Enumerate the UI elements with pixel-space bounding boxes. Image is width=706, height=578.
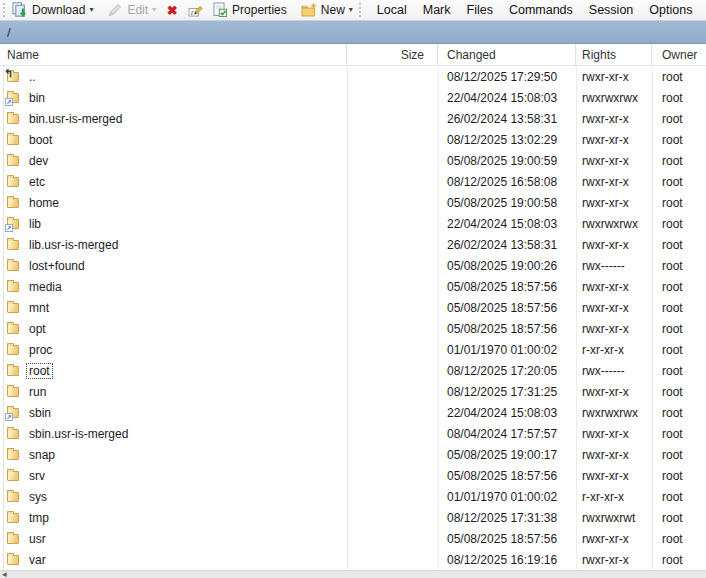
table-row[interactable]: opt 05/08/2025 18:57:56 rwxr-xr-x root bbox=[0, 318, 706, 339]
table-row[interactable]: var 08/12/2025 16:19:16 rwxr-xr-x root bbox=[0, 549, 706, 570]
folder-icon bbox=[6, 153, 21, 168]
table-row[interactable]: snap 05/08/2025 19:00:17 rwxr-xr-x root bbox=[0, 444, 706, 465]
cell-name: run bbox=[0, 381, 347, 402]
toolbar-grip[interactable] bbox=[3, 3, 5, 17]
column-header-rights[interactable]: Rights bbox=[576, 44, 652, 65]
column-header-changed[interactable]: Changed bbox=[438, 44, 576, 65]
table-row[interactable]: bin.usr-is-merged 26/02/2024 13:58:31 rw… bbox=[0, 108, 706, 129]
table-row[interactable]: usr 05/08/2025 18:57:56 rwxr-xr-x root bbox=[0, 528, 706, 549]
file-name-label: lost+found bbox=[27, 259, 87, 273]
column-header-size[interactable]: Size bbox=[347, 44, 438, 65]
edit-button[interactable]: Edit ▾ bbox=[103, 1, 160, 19]
menu-options[interactable]: Options bbox=[641, 1, 700, 19]
menu-mark[interactable]: Mark bbox=[415, 1, 459, 19]
remote-path-bar[interactable]: / bbox=[0, 20, 706, 44]
folder-icon bbox=[6, 531, 21, 546]
table-row[interactable]: root 08/12/2025 17:20:05 rwx------ root bbox=[0, 360, 706, 381]
cell-changed: 01/01/1970 01:00:02 bbox=[438, 339, 576, 360]
table-row[interactable]: proc 01/01/1970 01:00:02 r-xr-xr-x root bbox=[0, 339, 706, 360]
cell-changed: 22/04/2024 15:08:03 bbox=[438, 402, 576, 423]
column-header-name[interactable]: Name bbox=[0, 44, 347, 65]
table-row[interactable]: ↰ .. 08/12/2025 17:29:50 rwxr-xr-x root bbox=[0, 66, 706, 87]
table-row[interactable]: lost+found 05/08/2025 19:00:26 rwx------… bbox=[0, 255, 706, 276]
cell-owner: root bbox=[652, 150, 706, 171]
cell-size bbox=[347, 549, 438, 570]
table-row[interactable]: sys 01/01/1970 01:00:02 r-xr-xr-x root bbox=[0, 486, 706, 507]
cell-size bbox=[347, 360, 438, 381]
table-row[interactable]: ↗ sbin 22/04/2024 15:08:03 rwxrwxrwx roo… bbox=[0, 402, 706, 423]
table-row[interactable]: run 08/12/2025 17:31:25 rwxr-xr-x root bbox=[0, 381, 706, 402]
download-caret-icon[interactable]: ▾ bbox=[89, 6, 93, 14]
menu-local[interactable]: Local bbox=[369, 1, 415, 19]
table-row[interactable]: srv 05/08/2025 18:57:56 rwxr-xr-x root bbox=[0, 465, 706, 486]
file-name-label: srv bbox=[27, 469, 47, 483]
cell-owner: root bbox=[652, 402, 706, 423]
column-header-owner[interactable]: Owner bbox=[652, 44, 706, 65]
table-row[interactable]: dev 05/08/2025 19:00:59 rwxr-xr-x root bbox=[0, 150, 706, 171]
table-row[interactable]: etc 08/12/2025 16:58:08 rwxr-xr-x root bbox=[0, 171, 706, 192]
cell-owner: root bbox=[652, 108, 706, 129]
folder-symlink-icon: ↗ bbox=[6, 90, 21, 105]
menu-bar: Local Mark Files Commands Session Option… bbox=[369, 1, 706, 19]
folder-icon bbox=[6, 468, 21, 483]
horizontal-scrollbar[interactable]: ◂ bbox=[0, 570, 706, 578]
parent-arrow-glyph: ↰ bbox=[4, 67, 13, 80]
folder-symlink-icon: ↗ bbox=[6, 405, 21, 420]
table-row[interactable]: mnt 05/08/2025 18:57:56 rwxr-xr-x root bbox=[0, 297, 706, 318]
file-name-label: etc bbox=[27, 175, 47, 189]
cell-owner: root bbox=[652, 465, 706, 486]
cell-size bbox=[347, 255, 438, 276]
table-row[interactable]: sbin.usr-is-merged 08/04/2024 17:57:57 r… bbox=[0, 423, 706, 444]
cell-changed: 05/08/2025 18:57:56 bbox=[438, 528, 576, 549]
cell-name: ↗ sbin bbox=[0, 402, 347, 423]
cell-changed: 05/08/2025 19:00:26 bbox=[438, 255, 576, 276]
current-path-label: / bbox=[7, 25, 11, 40]
properties-button[interactable]: Properties bbox=[208, 1, 291, 19]
cell-size bbox=[347, 339, 438, 360]
cell-size bbox=[347, 486, 438, 507]
scrollbar-left-arrow-icon[interactable]: ◂ bbox=[2, 570, 7, 578]
cell-rights: rwxr-xr-x bbox=[576, 318, 652, 339]
cell-owner: root bbox=[652, 318, 706, 339]
cell-name: snap bbox=[0, 444, 347, 465]
symlink-overlay-icon: ↗ bbox=[5, 413, 13, 421]
download-button[interactable]: Download ▾ bbox=[8, 1, 97, 19]
new-button[interactable]: New ▾ bbox=[297, 1, 357, 19]
table-row[interactable]: ↗ bin 22/04/2024 15:08:03 rwxrwxrwx root bbox=[0, 87, 706, 108]
table-row[interactable]: media 05/08/2025 18:57:56 rwxr-xr-x root bbox=[0, 276, 706, 297]
table-row[interactable]: ↗ lib 22/04/2024 15:08:03 rwxrwxrwx root bbox=[0, 213, 706, 234]
menu-commands[interactable]: Commands bbox=[501, 1, 581, 19]
cell-changed: 08/12/2025 17:31:38 bbox=[438, 507, 576, 528]
cell-rights: rwxrwxrwx bbox=[576, 87, 652, 108]
cell-owner: root bbox=[652, 234, 706, 255]
table-row[interactable]: tmp 08/12/2025 17:31:38 rwxrwxrwt root bbox=[0, 507, 706, 528]
cell-changed: 08/12/2025 13:02:29 bbox=[438, 129, 576, 150]
cell-rights: rwxr-xr-x bbox=[576, 276, 652, 297]
edit-caret-icon[interactable]: ▾ bbox=[152, 6, 156, 14]
cell-size bbox=[347, 381, 438, 402]
menu-files[interactable]: Files bbox=[459, 1, 501, 19]
cell-owner: root bbox=[652, 444, 706, 465]
rename-button[interactable]: I bbox=[184, 1, 208, 19]
new-folder-icon bbox=[301, 2, 317, 18]
cell-owner: root bbox=[652, 549, 706, 570]
file-rows: ↰ .. 08/12/2025 17:29:50 rwxr-xr-x root … bbox=[0, 66, 706, 570]
delete-icon: ✖ bbox=[164, 3, 180, 18]
file-name-label: sbin bbox=[27, 406, 53, 420]
cell-rights: rwxrwxrwt bbox=[576, 507, 652, 528]
cell-rights: rwx------ bbox=[576, 360, 652, 381]
menu-session[interactable]: Session bbox=[581, 1, 641, 19]
menubar-grip[interactable] bbox=[359, 3, 361, 17]
delete-button[interactable]: ✖ bbox=[160, 2, 184, 19]
table-row[interactable]: lib.usr-is-merged 26/02/2024 13:58:31 rw… bbox=[0, 234, 706, 255]
file-name-label: lib.usr-is-merged bbox=[27, 238, 120, 252]
file-name-label: lib bbox=[27, 217, 43, 231]
table-row[interactable]: boot 08/12/2025 13:02:29 rwxr-xr-x root bbox=[0, 129, 706, 150]
file-name-label: run bbox=[27, 385, 48, 399]
new-caret-icon[interactable]: ▾ bbox=[349, 6, 353, 14]
cell-rights: rwxr-xr-x bbox=[576, 549, 652, 570]
table-row[interactable]: home 05/08/2025 19:00:58 rwxr-xr-x root bbox=[0, 192, 706, 213]
cell-name: etc bbox=[0, 171, 347, 192]
menu-remote[interactable]: Remote bbox=[700, 1, 706, 19]
properties-icon bbox=[212, 2, 228, 18]
